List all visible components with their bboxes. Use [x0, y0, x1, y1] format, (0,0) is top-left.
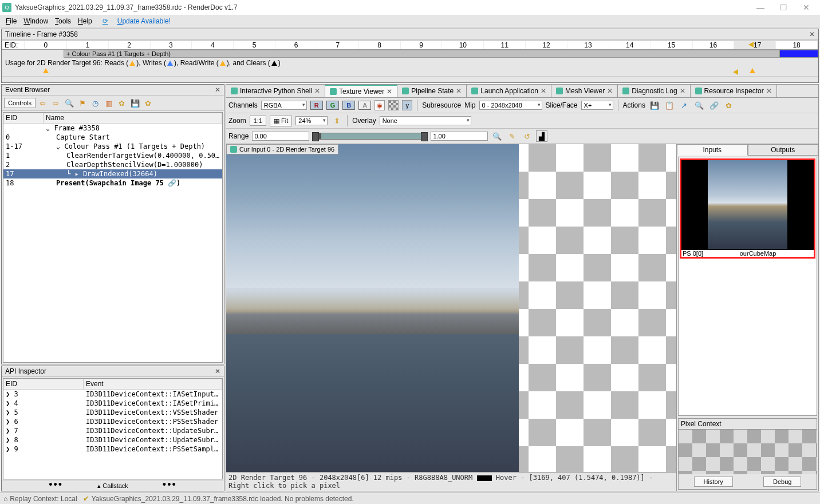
eid-cell[interactable]: 11: [484, 41, 526, 49]
channel-a-button[interactable]: A: [358, 101, 371, 110]
col-event[interactable]: Event: [84, 379, 222, 389]
table-row[interactable]: 1-17⌄ Colour Pass #1 (1 Targets + Depth): [3, 142, 222, 151]
inputs-tab[interactable]: Inputs: [677, 144, 748, 156]
flip-icon[interactable]: ⇕: [331, 115, 342, 126]
autofit-icon[interactable]: ✎: [506, 130, 518, 142]
table-row[interactable]: 1ClearRenderTargetView(0.400000, 0.50000…: [3, 151, 222, 160]
zoom-11-button[interactable]: 1:1: [250, 116, 266, 126]
close-icon[interactable]: ✕: [541, 87, 546, 95]
menu-tools[interactable]: Tools: [52, 17, 74, 25]
eid-cell[interactable]: 16: [693, 41, 735, 49]
thumbnail-panel[interactable]: PS 0[0] ourCubeMap: [678, 157, 817, 416]
nav-back-icon[interactable]: ⇦: [37, 97, 49, 109]
current-input-tab[interactable]: Cur Input 0 - 2D Render Target 96: [226, 144, 338, 154]
history-button[interactable]: History: [694, 477, 733, 487]
render-surface[interactable]: [226, 144, 676, 472]
eid-cell[interactable]: 5: [234, 41, 275, 49]
col-eid[interactable]: EID: [3, 113, 44, 123]
star-icon[interactable]: ✿: [723, 100, 735, 111]
eid-cell[interactable]: 17: [734, 41, 776, 49]
channel-b-button[interactable]: B: [342, 101, 355, 110]
callstack-toggle[interactable]: ▴ Callstack: [97, 482, 128, 490]
sliceface-combo[interactable]: X+: [581, 101, 613, 110]
menu-help[interactable]: Help: [74, 17, 96, 25]
eid-cell[interactable]: 1: [67, 41, 109, 49]
timeline-scrollbar[interactable]: [2, 76, 818, 82]
texture-canvas[interactable]: Cur Input 0 - 2D Render Target 96 2D Ren…: [226, 144, 676, 491]
goto-icon[interactable]: ↗: [679, 100, 690, 111]
eid-cell[interactable]: 6: [275, 41, 317, 49]
thumbnail[interactable]: PS 0[0] ourCubeMap: [680, 158, 815, 259]
update-available-link[interactable]: ⟳ Update Available!: [96, 17, 178, 25]
clock-icon[interactable]: ◷: [90, 97, 101, 109]
eid-cell[interactable]: 10: [442, 41, 484, 49]
export-icon[interactable]: ✿: [143, 97, 154, 109]
controls-button[interactable]: Controls: [4, 98, 36, 108]
table-row[interactable]: 18Present(Swapchain Image 75 🔗): [3, 178, 222, 188]
tab-mesh-viewer[interactable]: Mesh Viewer✕: [551, 85, 618, 97]
close-button[interactable]: ✕: [795, 0, 818, 15]
debug-button[interactable]: Debug: [763, 477, 801, 487]
table-row[interactable]: 17└ ▸ DrawIndexed(32664): [3, 169, 222, 178]
table-row[interactable]: ❯ 3ID3D11DeviceContext::IASetInputLa…: [3, 390, 222, 399]
replay-context[interactable]: ⌂ Replay Context: Local: [3, 495, 77, 503]
eid-cell[interactable]: 2: [109, 41, 151, 49]
link-icon[interactable]: 🔗: [708, 100, 720, 111]
table-row[interactable]: ❯ 4ID3D11DeviceContext::IASetPrimiti…: [3, 399, 222, 408]
menu-file[interactable]: File: [2, 17, 20, 25]
eid-cell[interactable]: 3: [151, 41, 192, 49]
timeline-eid-row[interactable]: EID: 0123456789101112131415161718: [2, 41, 818, 50]
range-slider[interactable]: [313, 133, 427, 140]
outputs-tab[interactable]: Outputs: [748, 144, 819, 156]
gamma-button[interactable]: γ: [402, 100, 412, 110]
close-icon[interactable]: ✕: [607, 87, 613, 95]
zoom-fit-button[interactable]: ▦ Fit: [270, 116, 292, 126]
save-icon[interactable]: 💾: [649, 100, 660, 111]
gear-icon[interactable]: ✿: [116, 97, 128, 109]
col-name[interactable]: Name: [44, 113, 222, 123]
copy-icon[interactable]: 📋: [664, 100, 675, 111]
dots-icon[interactable]: •••: [163, 482, 177, 490]
close-icon[interactable]: ✕: [680, 87, 685, 95]
find-icon[interactable]: 🔍: [693, 100, 705, 111]
flag-icon[interactable]: ⚑: [77, 97, 88, 109]
close-icon[interactable]: ✕: [766, 87, 772, 95]
menu-window[interactable]: Window: [20, 17, 52, 25]
eid-cell[interactable]: 8: [359, 41, 401, 49]
eid-cell[interactable]: 7: [317, 41, 359, 49]
bookmark-icon[interactable]: ▥: [103, 97, 115, 109]
save-icon[interactable]: 💾: [129, 97, 141, 109]
close-icon[interactable]: ✕: [456, 87, 462, 95]
table-row[interactable]: 2ClearDepthStencilView(D=1.000000): [3, 160, 222, 169]
overlay-combo[interactable]: None: [380, 116, 471, 125]
table-row[interactable]: ❯ 6ID3D11DeviceContext::PSSetShader: [3, 417, 222, 426]
tab-texture-viewer[interactable]: Texture Viewer✕: [325, 85, 397, 97]
table-row[interactable]: ❯ 5ID3D11DeviceContext::VSSetShader: [3, 408, 222, 417]
eid-cell[interactable]: 18: [776, 41, 818, 49]
eid-cell[interactable]: 4: [192, 41, 234, 49]
channel-g-button[interactable]: G: [326, 101, 340, 110]
nav-forward-icon[interactable]: ⇨: [50, 97, 62, 109]
close-icon[interactable]: ✕: [215, 367, 220, 375]
table-row[interactable]: ❯ 8ID3D11DeviceContext::UpdateSubres…: [3, 435, 222, 445]
close-icon[interactable]: ✕: [809, 30, 815, 38]
tab-resource-inspector[interactable]: Resource Inspector✕: [691, 85, 777, 97]
maximize-button[interactable]: ☐: [772, 0, 795, 15]
api-inspector-table[interactable]: EID Event ❯ 3ID3D11DeviceContext::IASetI…: [3, 378, 223, 479]
eid-cell[interactable]: 0: [25, 41, 67, 49]
table-row[interactable]: ❯ 7ID3D11DeviceContext::UpdateSubres…: [3, 426, 222, 435]
table-row[interactable]: ⌄ Frame #3358: [3, 124, 222, 133]
binoculars-icon[interactable]: 🔍: [64, 97, 75, 109]
minimize-button[interactable]: —: [749, 0, 772, 15]
eid-cell[interactable]: 13: [567, 41, 609, 49]
eid-cell[interactable]: 9: [401, 41, 443, 49]
mip-combo[interactable]: 0 - 2048x2048: [479, 101, 542, 110]
channel-r-button[interactable]: R: [310, 101, 323, 110]
wand-icon[interactable]: 🔍: [491, 130, 503, 142]
tab-launch-application[interactable]: Launch Application✕: [467, 85, 551, 97]
close-icon[interactable]: ✕: [215, 86, 220, 94]
pixel-context-grid[interactable]: [679, 430, 817, 474]
close-icon[interactable]: ✕: [387, 88, 392, 96]
range-min-input[interactable]: [252, 132, 309, 141]
close-icon[interactable]: ✕: [314, 87, 320, 95]
